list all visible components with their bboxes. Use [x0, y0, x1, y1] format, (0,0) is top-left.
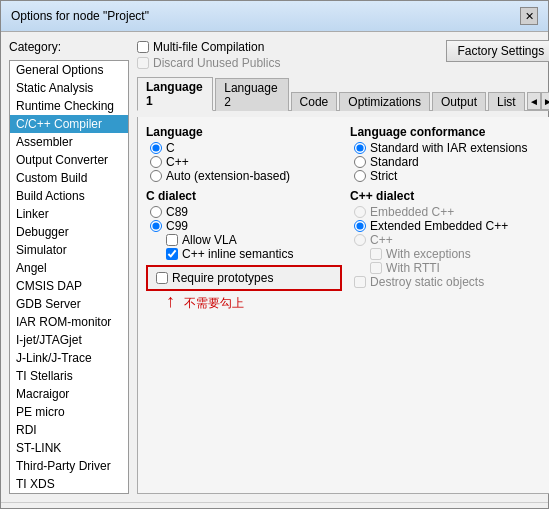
- sidebar-item[interactable]: ST-LINK: [10, 439, 128, 457]
- discard-unused-label: Discard Unused Publics: [137, 56, 280, 70]
- strict-label[interactable]: Strict: [350, 169, 546, 183]
- annotation-arrow: ↑: [166, 291, 175, 312]
- c99-radio[interactable]: [150, 220, 162, 232]
- tab-prev-button[interactable]: ◄: [527, 92, 541, 110]
- require-prototypes-label[interactable]: Require prototypes: [156, 271, 332, 285]
- sidebar-item[interactable]: TI XDS: [10, 475, 128, 493]
- standard-iar-radio[interactable]: [354, 142, 366, 154]
- sidebar-item[interactable]: CMSIS DAP: [10, 277, 128, 295]
- standard-radio[interactable]: [354, 156, 366, 168]
- tab-code[interactable]: Code: [291, 92, 338, 111]
- require-prototypes-box: Require prototypes: [146, 265, 342, 291]
- sidebar-item[interactable]: Static Analysis: [10, 79, 128, 97]
- language-cpp-radio[interactable]: [150, 156, 162, 168]
- c99-text: C99: [166, 219, 188, 233]
- sidebar-item[interactable]: Build Actions: [10, 187, 128, 205]
- columns: Language C C++ Auto (exten: [146, 125, 546, 485]
- with-rtti-text: With RTTI: [386, 261, 440, 275]
- sidebar-item[interactable]: Runtime Checking: [10, 97, 128, 115]
- sidebar-item[interactable]: Macraigor: [10, 385, 128, 403]
- sidebar-item[interactable]: TI Stellaris: [10, 367, 128, 385]
- sidebar-item[interactable]: Angel: [10, 259, 128, 277]
- standard-label[interactable]: Standard: [350, 155, 546, 169]
- tabs-container: Language 1Language 2CodeOptimizationsOut…: [137, 76, 549, 111]
- with-rtti-label: With RTTI: [350, 261, 546, 275]
- sidebar-item[interactable]: GDB Server: [10, 295, 128, 313]
- c89-radio[interactable]: [150, 206, 162, 218]
- multi-file-label[interactable]: Multi-file Compilation: [137, 40, 280, 54]
- sidebar-item[interactable]: C/C++ Compiler: [10, 115, 128, 133]
- sidebar-item[interactable]: Debugger: [10, 223, 128, 241]
- main-content: Multi-file Compilation Discard Unused Pu…: [137, 40, 549, 494]
- cpp-inline-label[interactable]: C++ inline semantics: [146, 247, 342, 261]
- language-cpp-label[interactable]: C++: [146, 155, 342, 169]
- multi-file-checkbox[interactable]: [137, 41, 149, 53]
- c89-text: C89: [166, 205, 188, 219]
- embedded-cpp-label: Embedded C++: [350, 205, 546, 219]
- multi-file-text: Multi-file Compilation: [153, 40, 264, 54]
- require-prototypes-checkbox[interactable]: [156, 272, 168, 284]
- c99-label[interactable]: C99: [146, 219, 342, 233]
- c89-label[interactable]: C89: [146, 205, 342, 219]
- cpp-dialect-group: C++ dialect Embedded C++ Extended Embedd…: [350, 189, 546, 289]
- with-rtti-checkbox: [370, 262, 382, 274]
- annotation-text: 不需要勾上: [184, 295, 244, 312]
- cpp-dialect-label: C++ dialect: [350, 189, 546, 203]
- dialog-window: Options for node "Project" ✕ Category: G…: [0, 0, 549, 509]
- ext-embedded-cpp-radio[interactable]: [354, 220, 366, 232]
- language-c-label[interactable]: C: [146, 141, 342, 155]
- sidebar-item[interactable]: Third-Party Driver: [10, 457, 128, 475]
- category-label: Category:: [9, 40, 129, 54]
- lang-conformance-group: Language conformance Standard with IAR e…: [350, 125, 546, 183]
- sidebar-item[interactable]: PE micro: [10, 403, 128, 421]
- discard-unused-checkbox: [137, 57, 149, 69]
- tab-optimizations[interactable]: Optimizations: [339, 92, 430, 111]
- ext-embedded-cpp-label[interactable]: Extended Embedded C++: [350, 219, 546, 233]
- language-c-radio[interactable]: [150, 142, 162, 154]
- cpp-only-radio: [354, 234, 366, 246]
- cpp-inline-text: C++ inline semantics: [182, 247, 293, 261]
- sidebar-item[interactable]: Output Converter: [10, 151, 128, 169]
- tab-list[interactable]: List: [488, 92, 525, 111]
- top-checkboxes: Multi-file Compilation Discard Unused Pu…: [137, 40, 280, 70]
- sidebar-item[interactable]: Linker: [10, 205, 128, 223]
- language-auto-radio[interactable]: [150, 170, 162, 182]
- tab-language-1[interactable]: Language 1: [137, 77, 213, 111]
- tab-language-2[interactable]: Language 2: [215, 78, 288, 111]
- sidebar-item[interactable]: Simulator: [10, 241, 128, 259]
- close-button[interactable]: ✕: [520, 7, 538, 25]
- embedded-cpp-text: Embedded C++: [370, 205, 454, 219]
- ext-embedded-cpp-text: Extended Embedded C++: [370, 219, 508, 233]
- strict-radio[interactable]: [354, 170, 366, 182]
- destroy-static-checkbox: [354, 276, 366, 288]
- tab-next-button[interactable]: ►: [541, 92, 549, 110]
- language-auto-label[interactable]: Auto (extension-based): [146, 169, 342, 183]
- embedded-cpp-radio: [354, 206, 366, 218]
- sidebar-item[interactable]: IAR ROM-monitor: [10, 313, 128, 331]
- tab-output[interactable]: Output: [432, 92, 486, 111]
- language-auto-text: Auto (extension-based): [166, 169, 290, 183]
- sidebar-item[interactable]: RDI: [10, 421, 128, 439]
- sidebar-item[interactable]: J-Link/J-Trace: [10, 349, 128, 367]
- annotation-container: ↑ 不需要勾上: [146, 291, 342, 326]
- sidebar-list: General OptionsStatic AnalysisRuntime Ch…: [9, 60, 129, 494]
- sidebar-item[interactable]: Assembler: [10, 133, 128, 151]
- allow-vla-text: Allow VLA: [182, 233, 237, 247]
- language-group: Language C C++ Auto (exten: [146, 125, 342, 183]
- c-dialect-label: C dialect: [146, 189, 342, 203]
- sidebar-item[interactable]: Custom Build: [10, 169, 128, 187]
- allow-vla-checkbox[interactable]: [166, 234, 178, 246]
- standard-iar-text: Standard with IAR extensions: [370, 141, 527, 155]
- standard-iar-label[interactable]: Standard with IAR extensions: [350, 141, 546, 155]
- factory-settings-button[interactable]: Factory Settings: [446, 40, 549, 62]
- with-exceptions-checkbox: [370, 248, 382, 260]
- sidebar-item[interactable]: General Options: [10, 61, 128, 79]
- strict-text: Strict: [370, 169, 397, 183]
- lang-conformance-label: Language conformance: [350, 125, 546, 139]
- title-bar: Options for node "Project" ✕: [1, 1, 548, 32]
- sidebar-item[interactable]: I-jet/JTAGjet: [10, 331, 128, 349]
- destroy-static-text: Destroy static objects: [370, 275, 484, 289]
- allow-vla-label[interactable]: Allow VLA: [146, 233, 342, 247]
- dialog-body: Category: General OptionsStatic Analysis…: [1, 32, 548, 502]
- cpp-inline-checkbox[interactable]: [166, 248, 178, 260]
